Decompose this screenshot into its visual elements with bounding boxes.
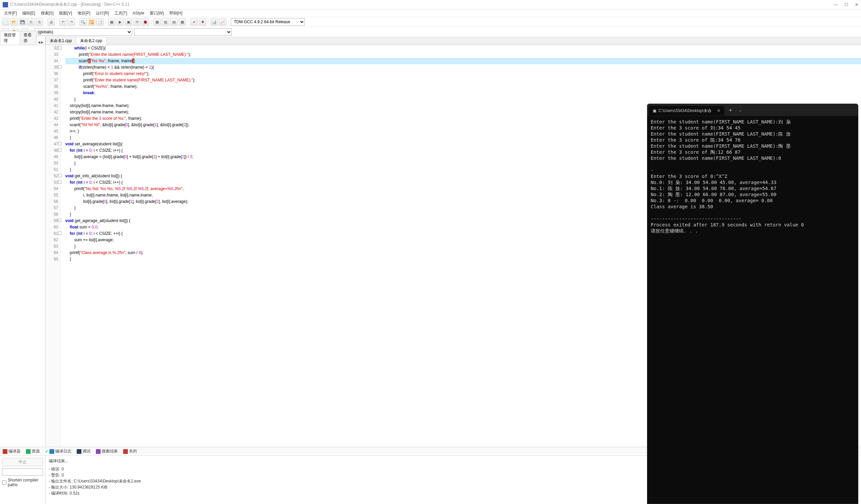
run-icon[interactable]: ▶ <box>117 18 124 26</box>
line-number: 58 <box>45 211 58 218</box>
save-icon[interactable]: 💾 <box>19 18 26 26</box>
tab-project[interactable]: 项目管理 <box>0 31 20 45</box>
rebuild-icon[interactable]: ⟳ <box>133 18 141 26</box>
save-as-icon[interactable]: ⎗ <box>36 18 43 26</box>
line-number: 44 <box>45 122 58 128</box>
separator <box>151 18 151 25</box>
terminal-window[interactable]: ▣ C:\Users\33434\Desktop\未命 ✕ ＋ ⌄ Enter … <box>647 104 858 504</box>
line-number: 53- <box>45 179 58 186</box>
abort-button[interactable]: 中止 <box>2 458 43 466</box>
nav-left-icon[interactable]: ◀ <box>38 40 40 44</box>
bottom-tab-2[interactable]: ✔ 编译日志 <box>44 448 73 455</box>
bottom-tab-icon <box>96 449 100 454</box>
menu-项目[P][interactable]: 项目[P] <box>76 10 93 17</box>
new-file-icon[interactable]: 📄 <box>2 18 10 26</box>
line-number: 35- <box>45 64 58 71</box>
bottom-tab-0[interactable]: 编译器 <box>1 448 22 455</box>
grid4-icon[interactable]: ▩ <box>179 18 186 26</box>
sidebar-tabs: 项目管理 查看类 ◀ ▶ <box>0 37 45 45</box>
grid2-icon[interactable]: ▥ <box>162 18 169 26</box>
menu-工具[T][interactable]: 工具[T] <box>112 10 129 17</box>
menu-AStyle[interactable]: AStyle <box>131 10 146 16</box>
profile-icon[interactable]: 📊 <box>210 18 218 26</box>
code-line[interactable]: scanf("%s%s", fname, lname); <box>65 83 861 90</box>
menu-编辑[E][interactable]: 编辑[E] <box>20 10 37 17</box>
window-title: C:\Users\33434\Desktop\未命名2.cpp - [Execu… <box>10 2 834 8</box>
tab-classes[interactable]: 查看类 <box>20 31 37 45</box>
fold-icon[interactable]: - <box>58 65 62 69</box>
fold-icon[interactable]: - <box>58 46 62 50</box>
code-line[interactable]: scanf("%s %s", fname, lname); <box>65 58 861 64</box>
find-icon[interactable]: 🔍 <box>79 18 87 26</box>
bottom-tab-4[interactable]: 搜索结果 <box>95 448 119 455</box>
profile2-icon[interactable]: 📈 <box>219 18 227 26</box>
compile-run-icon[interactable]: ▣ <box>125 18 132 26</box>
bottom-tab-icon <box>77 449 81 454</box>
menu-文件[F][interactable]: 文件[F] <box>2 10 19 17</box>
code-line[interactable]: printf("Error in student name! retry!"); <box>65 71 861 77</box>
bottom-input[interactable] <box>2 468 43 476</box>
fold-icon[interactable]: - <box>58 142 62 145</box>
line-number: 49 <box>45 154 58 160</box>
compiler-combo[interactable]: TDM-GCC 4.9.2 64-bit Release <box>231 18 305 26</box>
fold-icon[interactable]: - <box>58 174 62 177</box>
terminal-tab-title: C:\Users\33434\Desktop\未命 <box>658 108 712 114</box>
cancel-icon[interactable]: ✖ <box>199 18 206 26</box>
debug-icon[interactable]: 🐞 <box>142 18 149 26</box>
line-number: 42 <box>45 109 58 115</box>
terminal-dropdown-icon[interactable]: ⌄ <box>737 108 744 112</box>
find-files-icon[interactable]: 📑 <box>96 18 104 26</box>
replace-icon[interactable]: 🔁 <box>88 18 95 26</box>
bottom-tab-icon <box>26 449 31 454</box>
nav-right-icon[interactable]: ▶ <box>41 40 44 44</box>
maximize-button[interactable]: ☐ <box>845 2 848 7</box>
code-line[interactable]: if(strlen(fname) < 1 && strlen(lname) < … <box>65 64 861 71</box>
line-number: 46 <box>45 135 58 141</box>
terminal-output[interactable]: Enter the student name(FIRST_NAME LAST_N… <box>647 116 858 504</box>
menu-窗口[W][interactable]: 窗口[W] <box>148 10 166 17</box>
redo-icon[interactable]: ↷ <box>68 18 75 26</box>
line-number: 41 <box>45 103 58 109</box>
file-tab-0[interactable]: 未命名1.cpp <box>45 37 76 45</box>
grid1-icon[interactable]: ▦ <box>153 18 161 26</box>
terminal-tab[interactable]: ▣ C:\Users\33434\Desktop\未命 ✕ <box>649 106 724 116</box>
separator <box>57 18 57 25</box>
code-line[interactable]: break; <box>65 90 861 96</box>
print-icon[interactable]: 🖨 <box>47 18 55 26</box>
save-all-icon[interactable]: ⎘ <box>27 18 35 26</box>
file-tab-1[interactable]: 未命名2.cpp <box>76 37 106 45</box>
menu-搜索[S][interactable]: 搜索[S] <box>39 10 56 17</box>
code-line[interactable]: printf("Enter the student name(FIRST_NAM… <box>65 77 861 83</box>
menu-运行[R][interactable]: 运行[R] <box>94 10 111 17</box>
line-number: 47- <box>45 141 58 147</box>
functions-combo[interactable] <box>134 28 232 36</box>
line-number: 57 <box>45 205 58 211</box>
compile-icon[interactable]: ▦ <box>108 18 115 26</box>
fold-icon[interactable]: - <box>58 219 62 222</box>
terminal-add-tab-icon[interactable]: ＋ <box>724 107 737 114</box>
bottom-tab-1[interactable]: 资源 <box>25 448 41 455</box>
open-file-icon[interactable]: 📂 <box>11 18 18 26</box>
globals-combo[interactable]: (globals) <box>35 28 132 36</box>
check-icon[interactable]: ✔ <box>190 18 198 26</box>
code-line[interactable]: printf("Enter the student name(FIRST_NAM… <box>65 52 861 58</box>
fold-icon[interactable]: - <box>58 231 62 235</box>
menu-帮助[H][interactable]: 帮助[H] <box>167 10 184 17</box>
close-button[interactable]: ✕ <box>855 2 858 7</box>
undo-icon[interactable]: ↶ <box>59 18 67 26</box>
bottom-tab-label: 关闭 <box>129 449 137 454</box>
line-number: 50 <box>45 160 58 166</box>
code-line[interactable]: while(i < CSIZE){ <box>65 45 861 52</box>
code-line[interactable]: } <box>65 96 861 103</box>
shorten-paths-checkbox[interactable]: Shorten compiler paths <box>2 478 43 487</box>
fold-icon[interactable]: - <box>58 148 62 152</box>
fold-icon[interactable]: - <box>58 180 62 184</box>
minimize-button[interactable]: — <box>834 2 838 7</box>
grid3-icon[interactable]: ▤ <box>170 18 178 26</box>
bottom-tab-3[interactable]: 调试 <box>76 448 92 455</box>
bottom-tab-5[interactable]: 关闭 <box>122 448 138 455</box>
bottom-tab-icon <box>50 449 54 454</box>
shorten-paths-box[interactable] <box>2 480 6 485</box>
terminal-tab-close-icon[interactable]: ✕ <box>717 108 720 113</box>
menu-视图[V][interactable]: 视图[V] <box>57 10 74 17</box>
